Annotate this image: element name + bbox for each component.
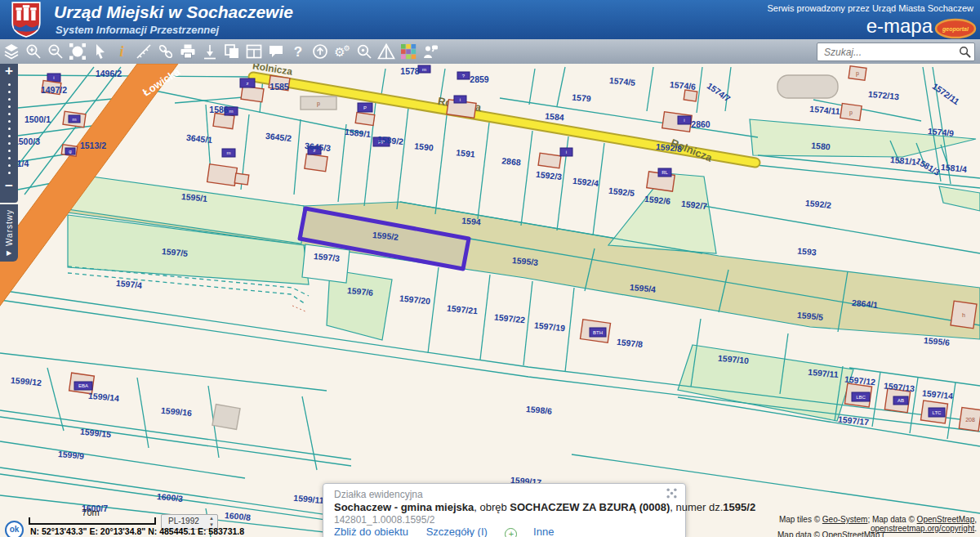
svg-text:m: m <box>229 109 234 114</box>
attribution-line-2[interactable]: openstreetmap.org/copyright. <box>871 524 977 533</box>
print-button[interactable] <box>176 39 198 63</box>
search-icon[interactable] <box>958 45 972 59</box>
svg-text:208: 208 <box>965 417 975 423</box>
svg-text:BTH: BTH <box>593 330 603 335</box>
svg-text:m: m <box>422 67 426 72</box>
city-crest-logo <box>10 2 42 38</box>
svg-text:RL: RL <box>662 170 668 175</box>
svg-text:EBA: EBA <box>78 383 88 388</box>
zoom-in-button[interactable] <box>22 39 44 63</box>
pointer-icon <box>91 43 109 60</box>
panels-button[interactable] <box>243 39 265 63</box>
svg-text:1496/2: 1496/2 <box>96 69 122 78</box>
magnifier-plus-icon <box>355 43 373 60</box>
measure-button[interactable] <box>132 39 154 63</box>
magnifier-plus-button[interactable] <box>353 39 375 63</box>
select-region-button[interactable] <box>66 39 88 63</box>
svg-text:i: i <box>684 118 684 123</box>
details-link[interactable]: Szczegóły (I) <box>426 526 488 537</box>
attribution-line-1[interactable]: Map tiles © Geo-System; Map data © OpenS… <box>779 515 977 524</box>
svg-text:geoportal: geoportal <box>942 26 969 33</box>
legend-grid-icon <box>399 43 417 60</box>
settings-icon: ⚙⚙ <box>333 43 351 60</box>
plus-icon[interactable]: + <box>505 528 517 537</box>
zoom-to-object-link[interactable]: Zbliż do obiektu <box>334 526 408 537</box>
app: Urząd Miejski w Sochaczewie System Infor… <box>0 0 980 537</box>
svg-text:P: P <box>363 105 367 110</box>
service-note: Serwis prowadzony przez Urząd Miasta Soc… <box>768 3 974 13</box>
search-box <box>817 43 975 61</box>
measure-icon <box>135 43 153 60</box>
svg-text:1586: 1586 <box>209 105 229 114</box>
svg-text:1513/2: 1513/2 <box>80 141 106 150</box>
scale-label: 70m <box>29 508 153 517</box>
svg-text:i: i <box>460 97 461 102</box>
zoom-out-button[interactable] <box>44 39 66 63</box>
pointer-button[interactable] <box>88 39 110 63</box>
svg-text:m: m <box>73 117 77 122</box>
popup-title: Działka ewidencyjna <box>334 489 423 500</box>
zoom-slider[interactable] <box>0 78 18 179</box>
prism-icon <box>377 43 395 60</box>
site-subtitle: System Informacji Przestrzennej <box>56 24 219 36</box>
copy-windows-button[interactable] <box>220 39 243 63</box>
settings-button[interactable]: ⚙⚙ <box>331 39 353 63</box>
search-input[interactable] <box>822 44 956 60</box>
parcel-id: 142801_1.0008.1595/2 <box>334 514 434 526</box>
help-button[interactable]: ? <box>287 39 309 63</box>
coordinates-readout: N: 52°13'43.3" E: 20°13'34.8" N: 485445.… <box>30 526 244 536</box>
svg-text:h: h <box>962 312 965 318</box>
geoportal-logo: geoportal <box>934 18 977 39</box>
marker-download-button[interactable] <box>198 39 220 63</box>
map-zoom-in-button[interactable]: + <box>0 64 18 78</box>
zoom-out-icon <box>47 43 65 60</box>
layers-button[interactable] <box>0 39 22 63</box>
zoom-panel: + − <box>0 64 18 203</box>
select-region-icon <box>69 43 87 60</box>
svg-text:⚙: ⚙ <box>343 44 350 52</box>
legend-grid-button[interactable] <box>397 39 419 63</box>
upload-button[interactable] <box>309 39 331 63</box>
svg-text:1500/1: 1500/1 <box>24 114 51 124</box>
svg-text:1591: 1591 <box>456 147 476 159</box>
ok-badge[interactable]: ok <box>5 521 24 537</box>
print-icon <box>179 43 197 60</box>
expand-arrow-icon: ▶ <box>7 249 11 257</box>
help-icon: ? <box>289 43 307 60</box>
info-button[interactable]: i <box>110 39 132 63</box>
layers-tab[interactable]: Warstwy ▶ <box>0 204 18 262</box>
prism-button[interactable] <box>375 39 397 63</box>
comment-button[interactable] <box>265 39 287 63</box>
more-link[interactable]: Inne <box>533 526 554 537</box>
parcel-description: Sochaczew - gmina miejska, obręb SOCHACZ… <box>334 501 677 513</box>
svg-text:p: p <box>317 101 320 107</box>
close-icon[interactable] <box>666 488 677 501</box>
zoom-in-icon <box>24 43 42 60</box>
toolbar: i ? ⚙⚙ <box>0 39 980 65</box>
svg-text:p: p <box>856 70 859 77</box>
svg-text:i: i <box>119 43 123 60</box>
svg-text:i: i <box>53 75 54 80</box>
svg-text:i: i <box>566 150 567 154</box>
svg-text:1590: 1590 <box>414 141 434 152</box>
map-zoom-out-button[interactable]: − <box>0 179 18 194</box>
parcel-info-popup: Działka ewidencyjna Sochaczew - gmina mi… <box>323 483 686 537</box>
svg-text:1593: 1593 <box>797 246 817 257</box>
link-icon <box>157 43 175 60</box>
emapa-brand: e-mapa <box>866 15 933 38</box>
svg-text:LBC: LBC <box>856 395 866 400</box>
feedback-button[interactable] <box>419 39 441 63</box>
svg-text:1594: 1594 <box>461 216 481 227</box>
link-button[interactable] <box>154 39 176 63</box>
svg-text:2868: 2868 <box>501 155 522 167</box>
svg-text:1580: 1580 <box>811 141 831 152</box>
copy-windows-icon <box>223 43 241 60</box>
svg-text:p: p <box>849 110 853 116</box>
comment-icon <box>267 43 285 60</box>
svg-text:g: g <box>69 149 71 154</box>
layers-icon <box>2 43 20 60</box>
upload-icon <box>311 43 329 60</box>
svg-text:2860: 2860 <box>691 119 710 129</box>
map-canvas[interactable]: ŁowickaRolniczaRolniczaRolniczaimgmmzpzP… <box>0 64 980 537</box>
marker-download-icon <box>201 43 219 60</box>
